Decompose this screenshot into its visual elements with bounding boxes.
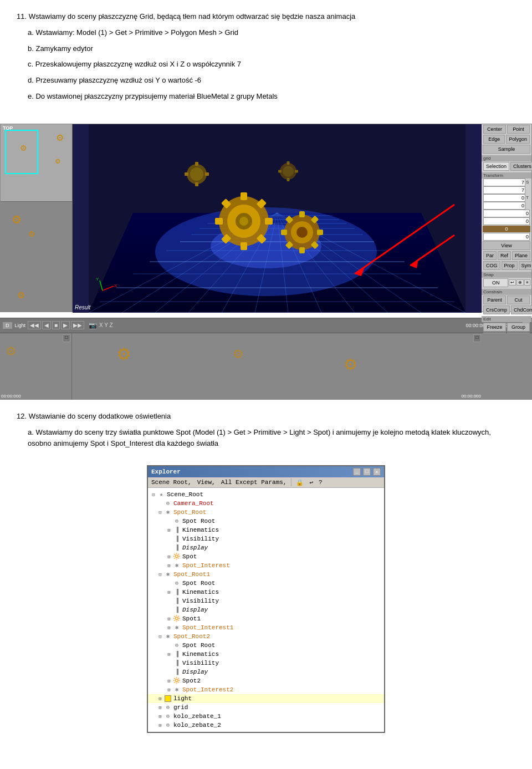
snap-icon-1[interactable]: ↩ bbox=[509, 279, 516, 286]
edge-button[interactable]: Edge bbox=[483, 135, 505, 144]
tree-spot-1[interactable]: ⊞ 🔆 Spot bbox=[148, 552, 384, 561]
crscomp-button[interactable]: CrsComp bbox=[483, 305, 510, 314]
icon-display-3: ▐ bbox=[172, 668, 181, 676]
view-button[interactable]: View bbox=[483, 241, 530, 250]
explorer-titlebar: Explorer _ □ ✕ bbox=[148, 466, 384, 477]
tree-scene-root[interactable]: ⊟ ★ Scene_Root bbox=[148, 490, 384, 499]
expander-spot-root2[interactable]: ⊟ bbox=[157, 634, 163, 640]
svg-rect-37 bbox=[241, 242, 247, 250]
bs-expand-btn-right[interactable]: □ bbox=[473, 334, 481, 342]
s-val-1: 7 bbox=[483, 179, 525, 186]
tree-kinematics-2[interactable]: ⊞ ▐ Kinematics bbox=[148, 588, 384, 597]
tree-kinematics-3[interactable]: ⊞ ▐ Kinematics bbox=[148, 650, 384, 659]
tree-spot1[interactable]: ⊞ 🔆 Spot1 bbox=[148, 614, 384, 623]
on-button[interactable]: ON bbox=[483, 278, 508, 287]
play-fwd-btn[interactable]: ▶ bbox=[61, 321, 70, 329]
section-12-item-a: a. Wstawiamy do sceny trzy światła punkt… bbox=[28, 427, 515, 450]
expander-spot-root1[interactable]: ⊟ bbox=[157, 572, 163, 578]
expander-scene-root[interactable]: ⊟ bbox=[150, 492, 157, 498]
bs-expand-btn[interactable]: □ bbox=[63, 334, 70, 342]
play-prev-btn[interactable]: ◀◀ bbox=[28, 321, 41, 329]
selection-button[interactable]: Selection bbox=[483, 162, 509, 171]
maximize-button[interactable]: □ bbox=[363, 468, 371, 476]
cut-button[interactable]: Cut bbox=[507, 296, 530, 304]
tree-spot-interest1[interactable]: ⊞ ✱ Spot_Interest1 bbox=[148, 623, 384, 632]
tree-spot-root1[interactable]: ⊟ ✱ Spot_Root1 bbox=[148, 570, 384, 579]
tree-visibility-3[interactable]: ▐ Visibility bbox=[148, 659, 384, 668]
expander-kolo-zebate-2[interactable]: ⊞ bbox=[157, 722, 163, 729]
point-button[interactable]: Point bbox=[507, 125, 530, 134]
expander-kinematics-1[interactable]: ⊞ bbox=[166, 527, 172, 533]
play-back-btn[interactable]: ◀ bbox=[42, 321, 51, 329]
plane-button[interactable]: Plane bbox=[512, 251, 530, 260]
tree-spot-root2-item[interactable]: ⊕ Spot Root bbox=[148, 641, 384, 650]
tree-visibility-1[interactable]: ▐ Visibility bbox=[148, 534, 384, 543]
undo-icon[interactable]: ↩ bbox=[308, 479, 314, 486]
minimize-button[interactable]: _ bbox=[353, 468, 361, 476]
tree-spot-root-item[interactable]: ⊕ Spot Root bbox=[148, 517, 384, 526]
tree-light[interactable]: ⊞ light bbox=[148, 694, 384, 703]
center-button[interactable]: Center bbox=[483, 125, 506, 134]
expander-spot-interest-1[interactable]: ⊞ bbox=[166, 563, 172, 569]
prop-button[interactable]: Prop bbox=[502, 261, 518, 270]
expander-kinematics-3[interactable]: ⊞ bbox=[166, 651, 172, 658]
tree-grid[interactable]: ⊞ ⊕ grid bbox=[148, 703, 384, 712]
ref-button[interactable]: Ref bbox=[498, 251, 511, 260]
tree-visibility-2[interactable]: ▐ Visibility bbox=[148, 597, 384, 605]
sample-button[interactable]: Sample bbox=[483, 145, 530, 154]
svg-rect-65 bbox=[278, 170, 282, 172]
tree-kolo-zebate-2[interactable]: ⊞ ⊕ kolo_zebate_2 bbox=[148, 721, 384, 730]
tree-spot-root[interactable]: ⊟ ✱ Spot_Root bbox=[148, 508, 384, 517]
clusters-button[interactable]: Clusters bbox=[510, 162, 532, 171]
expander-spot-root[interactable]: ⊟ bbox=[157, 510, 163, 516]
expander-kinematics-2[interactable]: ⊞ bbox=[166, 589, 172, 595]
play-next-btn[interactable]: ▶▶ bbox=[71, 321, 84, 329]
icon-camera-root: ⊕ bbox=[163, 500, 172, 507]
stop-btn[interactable]: ■ bbox=[52, 321, 60, 329]
menu-all-except[interactable]: All Except Params, bbox=[220, 478, 288, 486]
timeline-id-btn[interactable]: D bbox=[2, 322, 13, 329]
bs-gear-3: ⚙ bbox=[344, 355, 357, 374]
tree-spot-root2[interactable]: ⊟ ✱ Spot_Root2 bbox=[148, 632, 384, 641]
t-val-2: 0 bbox=[483, 202, 525, 210]
explorer-tree: ⊟ ★ Scene_Root ⊕ Camera_Root ⊟ ✱ Spot_Ro bbox=[148, 488, 384, 732]
freeze-button[interactable]: Freeze bbox=[483, 323, 506, 332]
menu-view[interactable]: View, bbox=[196, 478, 217, 486]
polygon-button[interactable]: Polygon bbox=[506, 135, 530, 144]
group-button[interactable]: Group bbox=[507, 323, 530, 332]
par-button[interactable]: Par bbox=[483, 251, 497, 260]
tree-spot2[interactable]: ⊞ 🔆 Spot2 bbox=[148, 676, 384, 685]
expander-spot1[interactable]: ⊞ bbox=[166, 616, 172, 622]
tree-kinematics-1[interactable]: ⊞ ▐ Kinematics bbox=[148, 526, 384, 534]
menu-scene-root[interactable]: Scene Root, bbox=[150, 478, 193, 486]
expander-spot-interest1[interactable]: ⊞ bbox=[166, 625, 172, 631]
chdcomp-button[interactable]: ChdComp bbox=[511, 305, 532, 314]
expander-light[interactable]: ⊞ bbox=[157, 696, 163, 702]
tree-display-3[interactable]: ▐ Display bbox=[148, 668, 384, 676]
snap-icon-3[interactable]: ≡ bbox=[524, 279, 530, 286]
close-button[interactable]: ✕ bbox=[373, 468, 381, 476]
parent-button[interactable]: Parent bbox=[483, 296, 506, 304]
expander-spot-1[interactable]: ⊞ bbox=[166, 554, 172, 560]
3d-viewport[interactable]: X Y Result bbox=[73, 124, 482, 313]
tree-spot-interest-1[interactable]: ⊞ ✱ Spot_Interest bbox=[148, 561, 384, 570]
tree-spot-interest2[interactable]: ⊞ ✱ Spot_Interest2 bbox=[148, 685, 384, 694]
label-visibility-2: Visibility bbox=[181, 598, 219, 604]
expander-kolo-zebate-1[interactable]: ⊞ bbox=[157, 714, 163, 720]
tree-kolo-zebate-1[interactable]: ⊞ ⊕ kolo_zebate_1 bbox=[148, 712, 384, 721]
snap-icon-2[interactable]: ⊕ bbox=[516, 279, 524, 286]
svg-rect-59 bbox=[185, 172, 188, 176]
tree-camera-root[interactable]: ⊕ Camera_Root bbox=[148, 499, 384, 508]
label-kolo-zebate-1: kolo_zebate_1 bbox=[172, 713, 221, 720]
expander-spot-interest2[interactable]: ⊞ bbox=[166, 687, 172, 693]
expander-grid[interactable]: ⊞ bbox=[157, 705, 163, 711]
tree-spot-root1-item[interactable]: ⊕ Spot Root bbox=[148, 579, 384, 588]
lock-icon[interactable]: 🔒 bbox=[295, 479, 305, 486]
tree-display-1[interactable]: ▐ Display bbox=[148, 543, 384, 552]
icon-spot-1: 🔆 bbox=[172, 553, 181, 561]
expander-spot2[interactable]: ⊞ bbox=[166, 678, 172, 684]
sym-button[interactable]: Sym bbox=[519, 261, 532, 270]
tree-display-2[interactable]: ▐ Display bbox=[148, 605, 384, 614]
cog-button[interactable]: COG bbox=[483, 261, 500, 270]
help-icon[interactable]: ? bbox=[318, 479, 324, 486]
